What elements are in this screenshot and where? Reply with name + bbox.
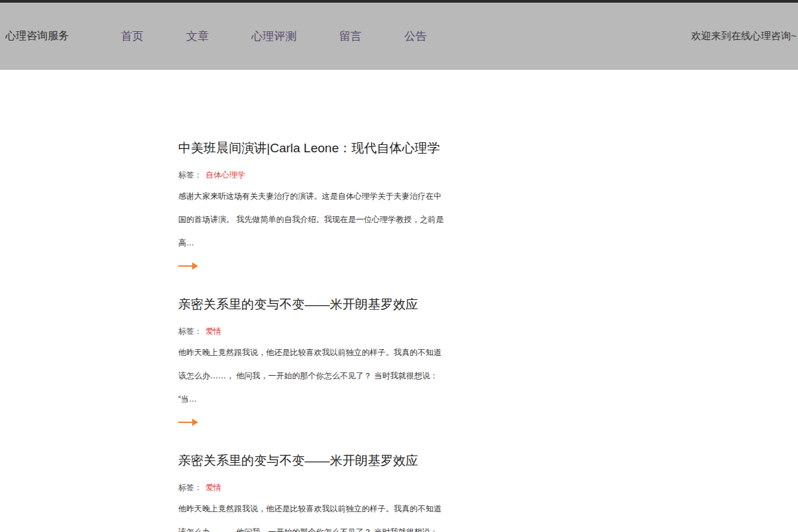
article-title[interactable]: 中美班晨间演讲|Carla Leone：现代自体心理学 xyxy=(178,138,444,158)
article-excerpt: 他昨天晚上竟然跟我说，他还是比较喜欢我以前独立的样子。我真的不知道该怎么办……，… xyxy=(178,341,444,411)
nav-item-messages[interactable]: 留言 xyxy=(339,29,362,44)
article-tags: 标签：爱情 xyxy=(178,481,444,493)
main-nav: 首页 文章 心理评测 留言 公告 xyxy=(121,29,427,44)
tag-label: 标签： xyxy=(178,170,202,180)
tag-link[interactable]: 爱情 xyxy=(205,483,221,492)
article-tags: 标签：自体心理学 xyxy=(178,169,444,181)
read-more-link[interactable] xyxy=(178,418,198,427)
site-brand[interactable]: 心理咨询服务 xyxy=(5,29,69,43)
tag-link[interactable]: 自体心理学 xyxy=(205,170,245,180)
article-title[interactable]: 亲密关系里的变与不变——米开朗基罗效应 xyxy=(178,451,444,471)
nav-item-assessment[interactable]: 心理评测 xyxy=(251,29,297,44)
article-tags: 标签：爱情 xyxy=(178,325,444,337)
article-card: 亲密关系里的变与不变——米开朗基罗效应 标签：爱情 他昨天晚上竟然跟我说，他还是… xyxy=(178,295,444,451)
read-more-link[interactable] xyxy=(178,261,198,271)
article-card: 亲密关系里的变与不变——米开朗基罗效应 标签：爱情 他昨天晚上竟然跟我说，他还是… xyxy=(178,451,444,532)
right-arrow-icon xyxy=(178,418,198,427)
nav-item-announcements[interactable]: 公告 xyxy=(404,29,427,44)
article-card: 中美班晨间演讲|Carla Leone：现代自体心理学 标签：自体心理学 感谢大… xyxy=(178,138,444,295)
tag-label: 标签： xyxy=(178,327,202,336)
right-arrow-icon xyxy=(178,261,198,271)
welcome-text: 欢迎来到在线心理咨询~ xyxy=(691,30,797,43)
article-excerpt: 他昨天晚上竟然跟我说，他还是比较喜欢我以前独立的样子。我真的不知道该怎么办……，… xyxy=(178,497,444,532)
article-list: 中美班晨间演讲|Carla Leone：现代自体心理学 标签：自体心理学 感谢大… xyxy=(178,70,444,532)
nav-item-articles[interactable]: 文章 xyxy=(186,29,209,44)
article-excerpt: 感谢大家来听这场有关夫妻治疗的演讲。这是自体心理学关于夫妻治疗在中国的首场讲演。… xyxy=(178,185,444,255)
tag-label: 标签： xyxy=(178,483,202,492)
nav-item-home[interactable]: 首页 xyxy=(121,29,144,44)
article-title[interactable]: 亲密关系里的变与不变——米开朗基罗效应 xyxy=(178,295,444,315)
tag-link[interactable]: 爱情 xyxy=(205,327,221,336)
site-header: 心理咨询服务 首页 文章 心理评测 留言 公告 欢迎来到在线心理咨询~ xyxy=(0,3,798,70)
